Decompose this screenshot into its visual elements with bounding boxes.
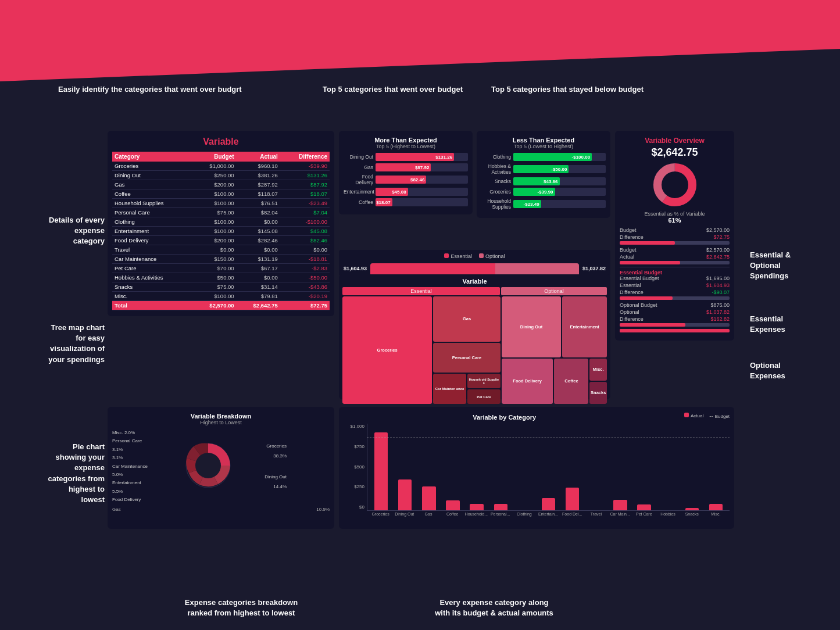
bar-actual <box>709 504 723 510</box>
bar-x-label: Personal... <box>489 512 512 516</box>
lte-bar-label: Snacks <box>481 178 513 184</box>
lte-bar-fill: -$50.00 <box>513 165 569 173</box>
pie-subtitle: Highest to Lowest <box>112 420 330 425</box>
annotation-top-center: Top 5 categories that went over budget <box>323 84 463 95</box>
annotation-bottom1: Expense categories breakdownranked from … <box>140 597 343 618</box>
tm-snacks: Snacks <box>590 389 606 396</box>
tm-groceries: Groceries <box>377 347 398 353</box>
lte-bar-item: Household Supplies -$23.49 <box>481 198 606 210</box>
bar-group <box>633 424 656 510</box>
table-row: Hobbies & Activities$50.00$0.00-$50.00 <box>112 273 330 282</box>
bar-x-label: Hobbies <box>656 512 679 516</box>
treemap-body: Groceries Gas Personal Care Car Mainten … <box>342 296 607 404</box>
annotation-right3: OptionalExpenses <box>750 360 834 381</box>
opt-diff-val: $162.82 <box>710 316 730 322</box>
annotation-left1: Details of everyexpensecategory <box>3 215 105 247</box>
mte-bar-track: $18.07 <box>376 198 468 206</box>
opt-diff-label: Difference <box>620 316 644 322</box>
difference-label: Difference <box>620 234 644 240</box>
bar-x-label: Car Main... <box>609 512 631 516</box>
bar-group <box>394 424 416 510</box>
annotation-top-right: Top 5 categories that stayed below budge… <box>491 84 644 95</box>
lte-bar-fill: -$100.00 <box>513 153 592 161</box>
mte-bar-fill: $131.26 <box>376 153 454 161</box>
bar-group <box>489 424 512 510</box>
lte-bars: Clothing -$100.00 Hobbies & Activities -… <box>481 153 606 210</box>
bar-actual <box>542 498 555 510</box>
tm-gas: Gas <box>462 316 471 322</box>
bar-actual <box>566 488 579 510</box>
overview-ess-pct: 61% <box>620 217 730 224</box>
lte-bar-fill: -$23.49 <box>513 200 541 208</box>
lte-bar-label: Household Supplies <box>481 198 513 210</box>
pie-donut <box>176 434 240 500</box>
tm-car: Car Mainten ance <box>435 386 465 391</box>
variable-table-panel: Variable Category Budget Actual Differen… <box>108 131 334 316</box>
bar-x-label: Coffee <box>441 512 464 516</box>
pie-title: Variable Breakdown <box>112 413 330 420</box>
opt-actual-label: Optional <box>620 309 639 315</box>
mte-bar-item: Entertainment $45.08 <box>344 188 468 196</box>
mte-bar-fill: $82.46 <box>376 176 426 184</box>
bar-chart-wrapper: $1,000$750$500$250$0 GroceriesDining Out… <box>344 424 730 516</box>
mte-bar-item: Food Delivery $82.46 <box>344 174 468 185</box>
bar-actual <box>637 504 650 510</box>
table-row: Personal Care$75.00$82.04$7.04 <box>112 208 330 217</box>
mte-subtitle: Top 5 (Highest to Lowest) <box>344 144 468 149</box>
annotation-top-left: Easily identify the categories that went… <box>58 84 242 95</box>
bar-chart-title: Variable by Category <box>408 414 601 421</box>
mte-bar-label: Coffee <box>344 199 376 205</box>
bar-chart-panel: Variable by Category Actual -- Budget $1… <box>339 407 734 529</box>
col-difference: Difference <box>280 152 330 162</box>
table-row: Snacks$75.00$31.14-$43.86 <box>112 282 330 292</box>
pie-body: Misc. 2.0%Personal Care3.1%3.1%Car Maint… <box>112 429 330 504</box>
gas-label: Gas <box>112 507 121 512</box>
bar-x-label: Entertain... <box>537 512 559 516</box>
bar-x-labels: GroceriesDining OutGasCoffeeHousehold...… <box>367 512 730 516</box>
bar-group <box>513 424 536 510</box>
mte-title: More Than Expected <box>344 137 468 144</box>
budget-label2: Budget <box>620 247 637 253</box>
lte-bar-fill: $43.86 <box>513 177 560 185</box>
bar-group <box>561 424 584 510</box>
lte-bar-label: Clothing <box>481 154 513 160</box>
lte-bar-item: Hobbies & Activities -$50.00 <box>481 163 606 175</box>
bar-x-label: Food Del... <box>561 512 584 516</box>
bar-chart-area-wrapper: GroceriesDining OutGasCoffeeHousehold...… <box>367 424 730 516</box>
ess-budget-val: $1,695.00 <box>706 275 730 281</box>
budget-val: $2,570.00 <box>706 227 730 233</box>
bar-group <box>609 424 631 510</box>
bar-group <box>537 424 560 510</box>
table-row: Food Delivery$200.00$282.46$82.46 <box>112 236 330 245</box>
expense-table: Category Budget Actual Difference Grocer… <box>112 152 330 310</box>
mte-bar-label: Entertainment <box>344 189 376 195</box>
pie-labels-right: Groceries38.3%Dining Out14.4% <box>246 441 287 492</box>
table-row: Household Supplies$100.00$76.51-$23.49 <box>112 199 330 208</box>
ess-actual-label: Essential <box>620 282 641 288</box>
bar-group <box>705 424 727 510</box>
bar-x-label: Dining Out <box>393 512 416 516</box>
variable-table-title: Variable <box>112 137 330 147</box>
bar-group <box>657 424 680 510</box>
col-actual: Actual <box>237 152 280 162</box>
lte-bar-fill: -$39.90 <box>513 188 555 196</box>
table-row: Entertainment$100.00$145.08$45.08 <box>112 227 330 236</box>
annotation-right1: Essential &OptionalSpendings <box>750 250 834 282</box>
mte-bar-track: $82.46 <box>376 176 468 184</box>
bar-group <box>466 424 488 510</box>
budget-label: Budget <box>620 227 637 233</box>
treemap-panel: Variable Essential Optional Groceries Ga… <box>339 274 610 399</box>
bar-actual <box>494 504 507 510</box>
mte-bar-label: Gas <box>344 164 376 170</box>
table-row: Groceries$1,000.00$960.10-$39.90 <box>112 162 330 171</box>
lte-bar-item: Clothing -$100.00 <box>481 153 606 161</box>
bar-group <box>585 424 607 510</box>
bar-actual <box>613 500 627 510</box>
mte-bar-fill: $18.07 <box>376 198 392 206</box>
table-row: Coffee$100.00$118.07$18.07 <box>112 189 330 199</box>
bar-group <box>441 424 464 510</box>
budget-val2: $2,570.00 <box>706 247 730 253</box>
treemap-header: Essential Optional <box>342 287 607 295</box>
tm-petcare: Pet Care <box>476 395 491 399</box>
table-row: Car Maintenance$150.00$131.19-$18.81 <box>112 255 330 264</box>
